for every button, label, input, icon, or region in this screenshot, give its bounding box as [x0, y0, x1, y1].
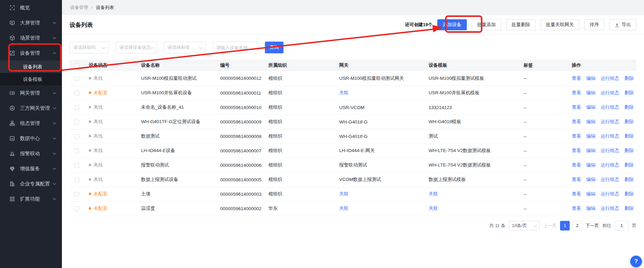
sort-button[interactable]: 排序: [584, 19, 604, 30]
row-checkbox[interactable]: [74, 91, 79, 96]
row-checkbox[interactable]: [74, 178, 79, 182]
action-delete[interactable]: 删除: [624, 90, 634, 95]
action-view[interactable]: 查看: [572, 76, 581, 81]
action-run-scada[interactable]: 运行组态: [601, 90, 619, 95]
template-link[interactable]: 关联: [429, 206, 438, 211]
action-edit[interactable]: 编辑: [586, 191, 595, 196]
action-run-scada[interactable]: 运行组态: [601, 133, 619, 139]
action-view[interactable]: 查看: [572, 177, 581, 182]
action-delete[interactable]: 删除: [624, 133, 634, 139]
page-size-select[interactable]: 10条/页: [509, 221, 540, 231]
status-dot-icon: [89, 164, 91, 166]
action-run-scada[interactable]: 运行组态: [601, 148, 619, 153]
table-body: 离线USR-M100模拟量联动测试0000059614000012根组织USR-…: [69, 71, 636, 216]
action-view[interactable]: 查看: [572, 90, 581, 95]
gateway-link[interactable]: 关联: [339, 191, 348, 196]
row-checkbox[interactable]: [74, 120, 79, 125]
row-checkbox[interactable]: [74, 134, 79, 139]
sidebar-item-2[interactable]: 场景管理: [0, 30, 62, 45]
help-button[interactable]: ?: [630, 256, 642, 267]
action-run-scada[interactable]: 运行组态: [601, 119, 619, 124]
sidebar-item-3[interactable]: 设备管理: [0, 45, 62, 61]
third-party-gateway-icon: [9, 105, 15, 111]
sidebar-item-6[interactable]: 组态管理: [0, 116, 62, 131]
status-dot-icon: [89, 106, 91, 108]
gateway-link[interactable]: 关联: [339, 206, 348, 211]
action-run-scada[interactable]: 运行组态: [601, 162, 619, 168]
select-all-checkbox[interactable]: [74, 63, 79, 68]
row-checkbox[interactable]: [74, 149, 79, 153]
action-delete[interactable]: 删除: [624, 162, 634, 168]
gateway-link[interactable]: 关联: [339, 90, 348, 95]
action-edit[interactable]: 编辑: [586, 119, 595, 124]
action-delete[interactable]: 删除: [624, 191, 634, 196]
batch-link-gateway-button[interactable]: 批量关联网关: [540, 19, 579, 30]
sidebar-subitem-3-0[interactable]: 设备列表: [0, 61, 62, 73]
sidebar-item-7[interactable]: 数据中心: [0, 131, 62, 146]
sidebar-item-4[interactable]: 网关管理: [0, 85, 62, 100]
action-edit[interactable]: 编辑: [586, 162, 595, 168]
action-run-scada[interactable]: 运行组态: [601, 191, 619, 196]
sidebar-subitem-3-1[interactable]: 设备模板: [0, 73, 62, 85]
sidebar-item-1[interactable]: 大屏管理: [0, 15, 62, 30]
page-button-2[interactable]: 2: [572, 221, 582, 231]
tag-select[interactable]: 请选择标签: [164, 42, 206, 53]
batch-delete-button[interactable]: 批量删除: [506, 19, 536, 30]
row-checkbox[interactable]: [74, 192, 79, 197]
action-delete[interactable]: 删除: [624, 105, 634, 110]
action-edit[interactable]: 编辑: [586, 206, 595, 211]
column-header: 设备模板: [427, 60, 522, 71]
action-run-scada[interactable]: 运行组态: [601, 105, 619, 110]
row-checkbox[interactable]: [74, 163, 79, 168]
sidebar-item-10[interactable]: 企业专属配置: [0, 176, 62, 191]
action-delete[interactable]: 删除: [624, 206, 634, 211]
action-view[interactable]: 查看: [572, 133, 581, 139]
search-button[interactable]: 查询: [265, 42, 283, 53]
page-button-1[interactable]: 1: [560, 221, 570, 231]
action-delete[interactable]: 删除: [624, 177, 634, 182]
action-run-scada[interactable]: 运行组态: [601, 206, 619, 211]
action-delete[interactable]: 删除: [624, 119, 634, 124]
action-edit[interactable]: 编辑: [586, 76, 595, 81]
jump-page-input[interactable]: [615, 221, 629, 231]
sidebar-item-9[interactable]: 增值服务: [0, 161, 62, 176]
action-view[interactable]: 查看: [572, 162, 581, 168]
next-page-button[interactable]: 下一页: [586, 223, 599, 229]
action-edit[interactable]: 编辑: [586, 133, 595, 139]
sidebar-item-0[interactable]: 概览: [0, 0, 62, 15]
sidebar-item-label: 场景管理: [20, 35, 53, 41]
action-run-scada[interactable]: 运行组态: [601, 76, 619, 81]
action-view[interactable]: 查看: [572, 148, 581, 153]
export-button[interactable]: 导出: [609, 19, 636, 30]
question-mark-icon: ?: [634, 258, 638, 265]
sidebar-item-5[interactable]: 三方网关管理: [0, 100, 62, 116]
big-screen-icon: [9, 20, 15, 26]
action-edit[interactable]: 编辑: [586, 105, 595, 110]
batch-add-button[interactable]: 批量添加: [472, 19, 501, 30]
device-list-card: 设备列表 还可创建19个 添加设备 批量添加 批量删除 批量关联网关 排序 导出: [62, 15, 644, 268]
action-delete[interactable]: 删除: [624, 148, 634, 153]
sidebar-item-11[interactable]: 扩展功能: [0, 191, 62, 206]
device-name: 温湿度: [139, 201, 218, 216]
device-name-input[interactable]: [213, 42, 258, 53]
action-view[interactable]: 查看: [572, 119, 581, 124]
action-edit[interactable]: 编辑: [586, 90, 595, 95]
template-link[interactable]: 关联: [429, 191, 438, 196]
action-delete[interactable]: 删除: [624, 76, 634, 81]
row-checkbox[interactable]: [74, 105, 79, 110]
action-view[interactable]: 查看: [572, 191, 581, 196]
sidebar-item-8[interactable]: 报警联动: [0, 146, 62, 161]
action-run-scada[interactable]: 运行组态: [601, 177, 619, 182]
device-status-select[interactable]: 请选择设备状态: [116, 42, 157, 53]
action-edit[interactable]: 编辑: [586, 177, 595, 182]
action-view[interactable]: 查看: [572, 105, 581, 110]
row-checkbox[interactable]: [74, 76, 79, 81]
action-edit[interactable]: 编辑: [586, 148, 595, 153]
action-view[interactable]: 查看: [572, 206, 581, 211]
breadcrumb-parent[interactable]: 设备管理: [70, 4, 88, 11]
row-checkbox[interactable]: [74, 206, 79, 211]
add-device-button[interactable]: 添加设备: [437, 19, 467, 30]
prev-page-button[interactable]: 上一页: [543, 223, 557, 229]
org-select[interactable]: 请选择组织: [69, 42, 109, 53]
sidebar-item-label: 报警联动: [20, 150, 53, 157]
